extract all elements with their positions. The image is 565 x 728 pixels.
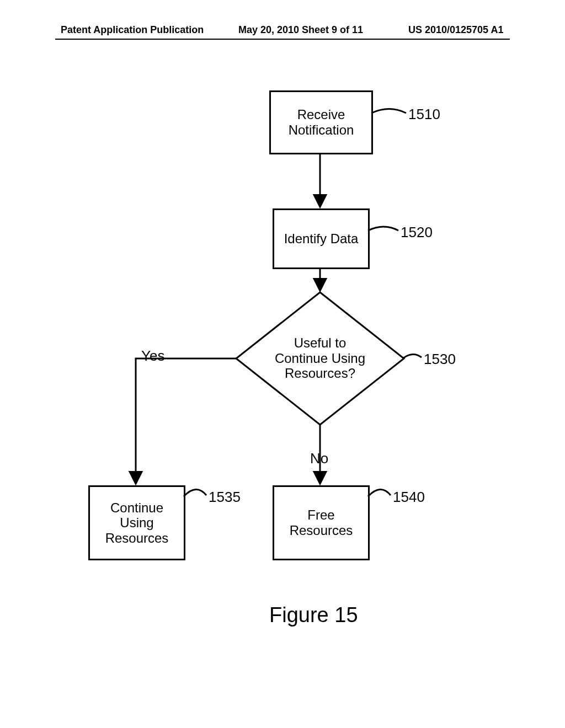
node-continue-using: Continue Using Resources [88, 485, 185, 560]
node-decision-label: Useful to Continue Using Resources? [275, 335, 365, 381]
node-receive-notification: Receive Notification [269, 90, 373, 154]
node-continue-label: Continue Using Resources [105, 500, 169, 546]
node-identify-label: Identify Data [284, 231, 359, 247]
edge-yes-label: Yes [141, 347, 164, 365]
node-receive-label: Receive Notification [289, 107, 354, 137]
node-decision: Useful to Continue Using Resources? [259, 335, 381, 381]
header-publication: Patent Application Publication [61, 24, 204, 36]
figure-caption: Figure 15 [269, 603, 358, 627]
ref-1535: 1535 [209, 489, 241, 506]
header-pubnum: US 2010/0125705 A1 [408, 24, 503, 36]
patent-figure-page: Patent Application Publication May 20, 2… [0, 0, 565, 728]
ref-1510: 1510 [408, 106, 440, 123]
node-free-label: Free Resources [290, 507, 353, 538]
ref-1520: 1520 [401, 224, 433, 241]
ref-1540: 1540 [393, 489, 425, 506]
node-identify-data: Identify Data [273, 208, 370, 269]
edge-no-label: No [310, 450, 328, 467]
ref-1530: 1530 [424, 351, 456, 368]
header-rule [55, 39, 510, 40]
node-free-resources: Free Resources [273, 485, 370, 560]
header-date-sheet: May 20, 2010 Sheet 9 of 11 [238, 24, 363, 36]
